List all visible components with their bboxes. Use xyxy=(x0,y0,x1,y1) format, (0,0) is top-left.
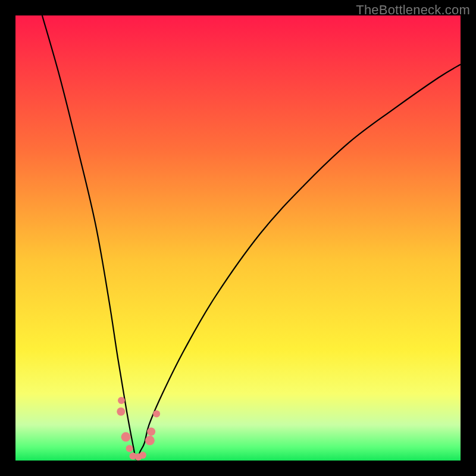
data-marker xyxy=(117,408,125,416)
data-markers xyxy=(117,397,160,461)
data-marker xyxy=(147,427,155,436)
data-marker xyxy=(139,452,146,459)
data-marker xyxy=(126,445,133,452)
chart-plot-area xyxy=(15,15,461,461)
data-marker xyxy=(118,397,125,404)
data-marker xyxy=(145,436,155,445)
bottleneck-chart-svg xyxy=(15,15,461,461)
watermark-text: TheBottleneck.com xyxy=(356,2,470,18)
data-marker xyxy=(121,432,131,441)
data-marker xyxy=(153,410,160,417)
bottleneck-curve xyxy=(42,15,461,459)
